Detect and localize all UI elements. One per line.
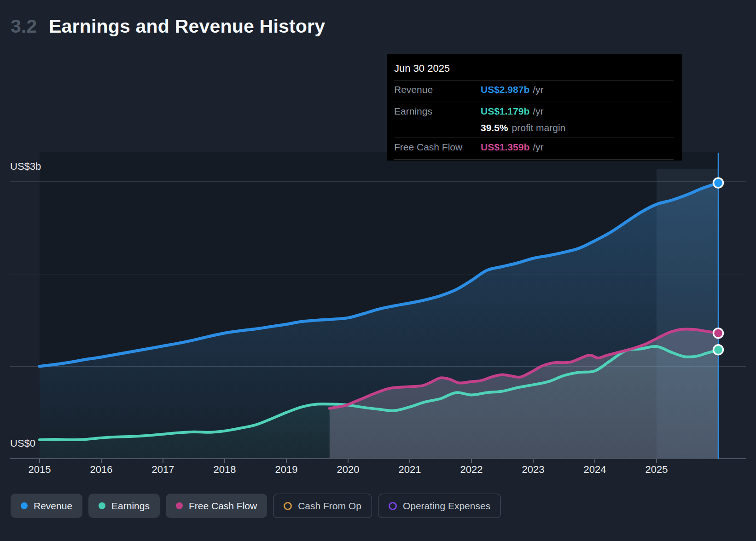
x-axis: 2015201620172018201920202021202220232024…: [29, 459, 668, 475]
past-year-highlight-band: [657, 169, 718, 459]
free-cash-flow-legend-dot-icon: [176, 502, 183, 509]
tooltip-revenue-unit: /yr: [533, 84, 543, 95]
x-axis-label-2022: 2022: [460, 464, 483, 475]
tooltip-revenue-row: Revenue US$2.987b /yr: [394, 81, 674, 102]
legend-chip-cash-from-op[interactable]: Cash From Op: [273, 494, 372, 518]
tooltip-earnings-label: Earnings: [394, 106, 481, 117]
y-axis-label: US$0: [10, 437, 35, 449]
legend-label: Operating Expenses: [403, 501, 490, 512]
chart-tooltip: Jun 30 2025 Revenue US$2.987b /yr Earnin…: [387, 54, 682, 161]
cash-from-op-legend-ring-icon: [284, 502, 292, 510]
tooltip-fcf-row: Free Cash Flow US$1.359b /yr: [394, 138, 674, 160]
legend-label: Free Cash Flow: [189, 501, 257, 512]
tooltip-earnings-value: US$1.179b: [481, 106, 529, 117]
x-axis-label-2023: 2023: [522, 464, 545, 475]
earnings-revenue-section: 3.2 Earnings and Revenue History 2015201…: [0, 0, 756, 541]
x-axis-label-2017: 2017: [152, 464, 174, 475]
legend-chip-earnings[interactable]: Earnings: [88, 494, 160, 518]
legend-label: Cash From Op: [298, 501, 361, 512]
revenue-legend-dot-icon: [21, 502, 28, 509]
legend-chip-revenue[interactable]: Revenue: [11, 494, 82, 518]
tooltip-profit-margin: 39.5%profit margin: [481, 119, 674, 133]
profit-margin-label: profit margin: [512, 122, 566, 133]
x-axis-label-2016: 2016: [90, 464, 113, 475]
tooltip-date: Jun 30 2025: [394, 60, 674, 81]
free-cash-flow-endpoint-dot: [714, 328, 723, 338]
x-axis-label-2019: 2019: [275, 464, 298, 475]
legend-chip-free-cash-flow[interactable]: Free Cash Flow: [166, 494, 267, 518]
legend-label: Earnings: [111, 501, 150, 512]
legend-chip-operating-expenses[interactable]: Operating Expenses: [378, 494, 501, 518]
tooltip-fcf-unit: /yr: [533, 142, 543, 153]
earnings-endpoint-dot: [714, 345, 723, 355]
profit-margin-value: 39.5%: [481, 122, 508, 133]
tooltip-fcf-value: US$1.359b: [481, 142, 529, 153]
tooltip-revenue-value: US$2.987b: [481, 84, 529, 95]
x-axis-label-2015: 2015: [29, 464, 51, 475]
x-axis-label-2024: 2024: [584, 464, 606, 475]
x-axis-label-2021: 2021: [399, 464, 421, 475]
tooltip-fcf-label: Free Cash Flow: [394, 142, 481, 153]
tooltip-earnings-unit: /yr: [533, 106, 543, 117]
chart-legend: Revenue Earnings Free Cash Flow Cash Fro…: [11, 494, 501, 518]
tooltip-revenue-label: Revenue: [394, 84, 481, 95]
legend-label: Revenue: [34, 501, 72, 512]
revenue-endpoint-dot: [714, 178, 723, 188]
tooltip-earnings-row: Earnings US$1.179b /yr 39.5%profit margi…: [394, 102, 674, 138]
earnings-legend-dot-icon: [99, 502, 105, 509]
y-axis-label: US$3b: [10, 161, 41, 172]
operating-expenses-legend-ring-icon: [389, 502, 397, 510]
x-axis-label-2020: 2020: [337, 464, 360, 475]
x-axis-label-2018: 2018: [214, 464, 236, 475]
x-axis-label-2025: 2025: [646, 464, 668, 475]
